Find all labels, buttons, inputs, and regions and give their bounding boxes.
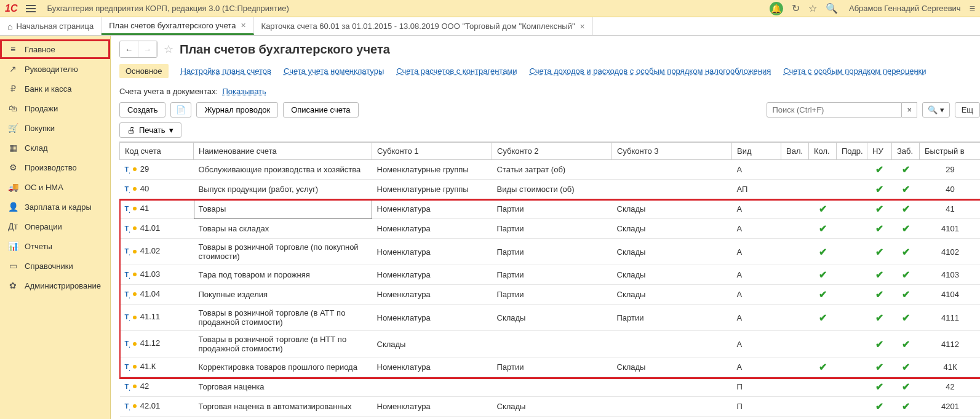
description-button[interactable]: Описание счета <box>283 102 358 118</box>
table-row[interactable]: T.41.11Товары в розничной торговле (в АТ… <box>120 305 981 331</box>
fast-code: 4103 <box>920 265 981 285</box>
main-menu-button[interactable] <box>22 2 39 15</box>
sidebar-item-11[interactable]: ▭Справочники <box>0 256 110 276</box>
check-icon: ✔ <box>814 246 832 258</box>
star-icon[interactable]: ☆ <box>164 42 173 56</box>
sidebar-item-9[interactable]: ДтОперации <box>0 217 110 236</box>
nav-back[interactable]: ← <box>120 41 138 57</box>
check-icon: ✔ <box>872 203 887 215</box>
fast-code: 4102 <box>920 239 981 265</box>
toolbar: Создать 📄 Журнал проводок Описание счета… <box>119 102 980 118</box>
subnav-item-2[interactable]: Счета учета номенклатуры <box>284 66 384 76</box>
col-header[interactable]: Вал. <box>781 143 809 160</box>
search-clear[interactable]: × <box>902 102 917 118</box>
close-icon[interactable]: × <box>580 22 585 31</box>
sidebar-item-4[interactable]: 🛒Покупки <box>0 118 110 138</box>
account-icon: T. <box>125 290 130 298</box>
sidebar-item-label: Операции <box>25 222 62 231</box>
table-row[interactable]: T.41.ККорректировка товаров прошлого пер… <box>120 357 981 377</box>
sidebar-item-7[interactable]: 🚚ОС и НМА <box>0 177 110 197</box>
table-row[interactable]: T.42Торговая наценкаП✔✔42 <box>120 377 981 397</box>
vid: А <box>732 357 781 377</box>
print-button[interactable]: 🖨 Печать ▾ <box>119 122 181 138</box>
subconto3: Склады <box>612 285 732 305</box>
tab-account-card[interactable]: Карточка счета 60.01 за 01.01.2015 - 13.… <box>254 17 593 35</box>
table-row[interactable]: T.41.04Покупные изделияНоменклатураПарти… <box>120 285 981 305</box>
check-icon: ✔ <box>872 289 887 300</box>
search-dropdown[interactable]: 🔍 ▾ <box>922 102 950 118</box>
grid[interactable]: Код счетаНаименование счетаСубконто 1Суб… <box>119 142 980 419</box>
user-menu-icon[interactable]: ≡ <box>970 3 975 14</box>
sidebar-item-12[interactable]: ✿Администрирование <box>0 276 110 295</box>
sidebar-icon: ▦ <box>7 143 18 153</box>
table-row[interactable]: T.40Выпуск продукции (работ, услуг)Номен… <box>120 180 981 199</box>
favorite-icon[interactable]: ☆ <box>808 2 817 14</box>
table-row[interactable]: T.29Обслуживающие производства и хозяйст… <box>120 160 981 180</box>
table-row[interactable]: T.41.02Товары в розничной торговле (по п… <box>120 239 981 265</box>
sidebar-item-6[interactable]: ⚙Производство <box>0 158 110 177</box>
col-header[interactable]: Субконто 1 <box>372 143 492 160</box>
table-row[interactable]: T.41.03Тара под товаром и порожняяНоменк… <box>120 265 981 285</box>
sidebar-item-2[interactable]: ₽Банк и касса <box>0 79 110 98</box>
sidebar-item-label: Справочники <box>25 261 73 271</box>
sidebar-item-5[interactable]: ▦Склад <box>0 138 110 158</box>
sidebar-item-3[interactable]: 🛍Продажи <box>0 98 110 118</box>
tab-home[interactable]: ⌂ Начальная страница <box>0 17 102 35</box>
account-name: Обслуживающие производства и хозяйства <box>194 160 372 180</box>
col-header[interactable]: Вид <box>732 143 781 160</box>
subconto3 <box>612 397 732 417</box>
tab-chart-of-accounts[interactable]: План счетов бухгалтерского учета × <box>102 17 253 35</box>
subnav-item-0[interactable]: Основное <box>119 64 169 78</box>
subconto2: Партии <box>492 239 612 265</box>
sidebar-item-label: Главное <box>25 45 55 54</box>
sidebar-item-8[interactable]: 👤Зарплата и кадры <box>0 197 110 217</box>
more-button[interactable]: Ещ <box>955 102 980 118</box>
col-header[interactable]: НУ <box>867 143 892 160</box>
subnav-item-4[interactable]: Счета доходов и расходов с особым порядк… <box>530 66 771 76</box>
vid: А <box>732 160 781 180</box>
subconto1: Номенклатура <box>372 199 492 219</box>
sidebar-item-0[interactable]: ≡Главное <box>0 39 110 59</box>
account-name: Торговая наценка в автоматизированных <box>194 397 372 417</box>
col-header[interactable]: Субконто 3 <box>612 143 732 160</box>
col-header[interactable]: Кол. <box>809 143 837 160</box>
check-icon: ✔ <box>897 203 915 215</box>
close-icon[interactable]: × <box>241 20 245 30</box>
journal-button[interactable]: Журнал проводок <box>196 102 278 118</box>
col-header[interactable]: Код счета <box>120 143 194 160</box>
table-row[interactable]: T.42.01Торговая наценка в автоматизирова… <box>120 397 981 417</box>
subconto2 <box>492 377 612 397</box>
copy-button[interactable]: 📄 <box>170 102 191 118</box>
subconto3: Склады <box>612 239 732 265</box>
nav-forward[interactable]: → <box>138 41 157 57</box>
notification-bell[interactable]: 🔔 <box>770 2 783 15</box>
current-user[interactable]: Абрамов Геннадий Сергеевич <box>849 4 961 13</box>
window-tabs: ⌂ Начальная страница План счетов бухгалт… <box>0 17 980 36</box>
fast-code: 4112 <box>920 331 981 357</box>
table-row[interactable]: T.41ТоварыНоменклатураПартииСкладыА✔✔✔41 <box>120 199 981 219</box>
print-icon: 🖨 <box>127 126 135 135</box>
check-icon: ✔ <box>897 312 915 324</box>
subconto3: Склады <box>612 357 732 377</box>
create-button[interactable]: Создать <box>119 102 165 118</box>
subnav-item-3[interactable]: Счета расчетов с контрагентами <box>396 66 517 76</box>
col-header[interactable]: Подр. <box>837 143 867 160</box>
search-icon[interactable]: 🔍 <box>826 2 838 14</box>
subconto2: Склады <box>492 305 612 331</box>
vid: П <box>732 397 781 417</box>
table-row[interactable]: T.41.12Товары в розничной торговле (в НТ… <box>120 331 981 357</box>
table-row[interactable]: T.41.01Товары на складахНоменклатураПарт… <box>120 219 981 239</box>
subnav-item-5[interactable]: Счета с особым порядком переоценки <box>783 66 926 76</box>
subnav-item-1[interactable]: Настройка плана счетов <box>181 66 271 76</box>
account-name: Товары <box>194 199 372 219</box>
col-header[interactable]: Быстрый в <box>920 143 981 160</box>
docs-show-link[interactable]: Показывать <box>222 87 266 96</box>
col-header[interactable]: Субконто 2 <box>492 143 612 160</box>
search-input[interactable] <box>767 102 902 118</box>
history-icon[interactable]: ↻ <box>792 2 800 14</box>
sidebar-item-1[interactable]: ↗Руководителю <box>0 59 110 79</box>
col-header[interactable]: Наименование счета <box>194 143 372 160</box>
sidebar-item-10[interactable]: 📊Отчеты <box>0 236 110 256</box>
col-header[interactable]: Заб. <box>892 143 920 160</box>
burger-icon <box>26 5 36 12</box>
